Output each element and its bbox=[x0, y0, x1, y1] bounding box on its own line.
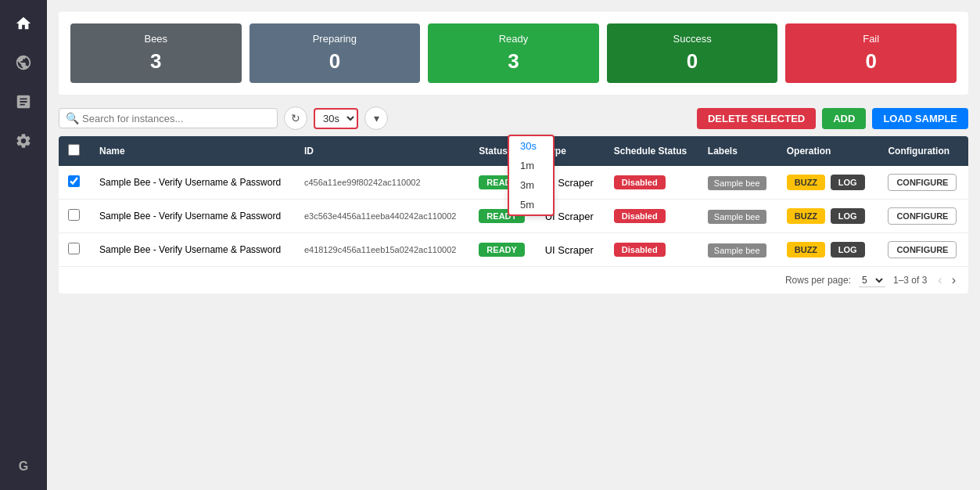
refresh-button[interactable]: ↻ bbox=[284, 106, 307, 130]
row-id-0: c456a11ee99f80242ac110002 bbox=[295, 166, 469, 200]
stat-success-value: 0 bbox=[619, 49, 766, 74]
interval-option-3m[interactable]: 3m bbox=[509, 175, 553, 195]
stat-success: Success 0 bbox=[607, 23, 778, 83]
row-checkbox-1[interactable] bbox=[68, 209, 80, 221]
buzz-button-1[interactable]: BUZZ bbox=[787, 208, 825, 224]
log-button-2[interactable]: LOG bbox=[831, 242, 865, 258]
row-operation-2: BUZZ LOG bbox=[777, 233, 879, 267]
row-name-2: Sample Bee - Verify Username & Password bbox=[90, 233, 295, 267]
row-schedule-2: Disabled bbox=[605, 233, 698, 267]
row-schedule-0: Disabled bbox=[605, 166, 698, 200]
stat-ready-value: 3 bbox=[440, 49, 587, 74]
row-config-0: CONFIGURE bbox=[878, 166, 968, 200]
interval-container: 30s 1m 3m 5m 30s 1m 3m 5m bbox=[314, 108, 358, 129]
header-id: ID bbox=[295, 136, 469, 166]
row-operation-1: BUZZ LOG bbox=[777, 200, 879, 233]
table-row: Sample Bee - Verify Username & Password … bbox=[59, 233, 968, 267]
toolbar: 🔍 ↻ 30s 1m 3m 5m 30s 1m 3m 5m ▾ DELETE S… bbox=[59, 106, 968, 130]
row-status-2: READY bbox=[469, 233, 535, 267]
interval-option-30s[interactable]: 30s bbox=[509, 136, 553, 156]
row-checkbox-2[interactable] bbox=[68, 243, 80, 254]
header-labels: Labels bbox=[698, 136, 777, 166]
stats-row: Bees 3 Preparing 0 Ready 3 Success 0 Fai… bbox=[59, 12, 968, 95]
row-checkbox-cell bbox=[59, 166, 90, 200]
interval-option-1m[interactable]: 1m bbox=[509, 156, 553, 175]
sidebar-network[interactable] bbox=[8, 47, 39, 78]
configure-button-2[interactable]: CONFIGURE bbox=[888, 241, 957, 258]
row-config-2: CONFIGURE bbox=[878, 233, 968, 267]
schedule-badge-0: Disabled bbox=[614, 175, 666, 189]
stat-ready: Ready 3 bbox=[428, 23, 599, 83]
row-id-1: e3c563e4456a11eeba440242ac110002 bbox=[295, 200, 469, 233]
stat-bees: Bees 3 bbox=[70, 23, 242, 83]
delete-selected-button[interactable]: DELETE SELECTED bbox=[697, 108, 816, 129]
header-operation: Operation bbox=[777, 136, 879, 166]
stat-preparing-value: 0 bbox=[262, 49, 408, 74]
row-labels-1: Sample bee bbox=[698, 200, 777, 233]
label-badge-2: Sample bee bbox=[708, 243, 766, 258]
row-config-1: CONFIGURE bbox=[878, 200, 968, 233]
sidebar-google[interactable]: G bbox=[8, 451, 39, 482]
rows-per-page-label: Rows per page: bbox=[785, 275, 851, 286]
rows-per-page-select[interactable]: 5 10 25 bbox=[859, 274, 885, 287]
load-sample-button[interactable]: LOAD SAMPLE bbox=[872, 108, 968, 129]
pagination: Rows per page: 5 10 25 1–3 of 3 ‹ › bbox=[59, 267, 968, 294]
select-all-checkbox[interactable] bbox=[68, 144, 80, 156]
row-schedule-1: Disabled bbox=[605, 200, 698, 233]
interval-dropdown: 30s 1m 3m 5m bbox=[508, 135, 555, 216]
log-button-1[interactable]: LOG bbox=[831, 208, 865, 224]
row-id-2: e418129c456a11eeb15a0242ac110002 bbox=[295, 233, 469, 267]
label-badge-0: Sample bee bbox=[708, 176, 766, 190]
schedule-badge-1: Disabled bbox=[614, 209, 666, 223]
prev-page-button[interactable]: ‹ bbox=[935, 273, 945, 287]
interval-option-5m[interactable]: 5m bbox=[509, 195, 553, 214]
sidebar-home[interactable] bbox=[8, 8, 39, 39]
stat-preparing: Preparing 0 bbox=[249, 23, 421, 83]
stat-success-label: Success bbox=[619, 33, 766, 45]
search-icon: 🔍 bbox=[66, 112, 79, 124]
row-checkbox-cell bbox=[59, 233, 90, 267]
configure-button-0[interactable]: CONFIGURE bbox=[888, 174, 957, 191]
stat-fail-value: 0 bbox=[798, 49, 944, 74]
row-checkbox-0[interactable] bbox=[68, 175, 80, 187]
add-button[interactable]: ADD bbox=[822, 108, 866, 129]
sidebar: G bbox=[0, 0, 47, 490]
header-name: Name bbox=[90, 136, 295, 166]
page-navigation: ‹ › bbox=[935, 273, 959, 287]
log-button-0[interactable]: LOG bbox=[831, 175, 865, 190]
row-checkbox-cell bbox=[59, 200, 90, 233]
stat-ready-label: Ready bbox=[440, 33, 587, 45]
schedule-badge-2: Disabled bbox=[614, 243, 666, 257]
stat-bees-value: 3 bbox=[83, 49, 229, 74]
buzz-button-0[interactable]: BUZZ bbox=[787, 175, 825, 190]
label-badge-1: Sample bee bbox=[708, 210, 766, 224]
search-box: 🔍 bbox=[59, 108, 278, 128]
sidebar-settings[interactable] bbox=[8, 125, 39, 157]
page-info: 1–3 of 3 bbox=[893, 275, 927, 286]
main-content: Bees 3 Preparing 0 Ready 3 Success 0 Fai… bbox=[47, 0, 980, 490]
search-input[interactable] bbox=[82, 113, 271, 124]
filter-button[interactable]: ▾ bbox=[364, 106, 388, 130]
buzz-button-2[interactable]: BUZZ bbox=[787, 242, 825, 258]
stat-bees-label: Bees bbox=[83, 33, 229, 45]
stat-fail-label: Fail bbox=[798, 33, 944, 45]
status-badge-2: READY bbox=[479, 243, 525, 257]
interval-select[interactable]: 30s 1m 3m 5m bbox=[314, 108, 358, 129]
row-labels-2: Sample bee bbox=[698, 233, 777, 267]
next-page-button[interactable]: › bbox=[949, 273, 959, 287]
row-name-1: Sample Bee - Verify Username & Password bbox=[90, 200, 295, 233]
header-configuration: Configuration bbox=[878, 136, 968, 166]
row-name-0: Sample Bee - Verify Username & Password bbox=[90, 166, 295, 200]
header-schedule-status: Schedule Status bbox=[605, 136, 698, 166]
row-operation-0: BUZZ LOG bbox=[777, 166, 879, 200]
header-checkbox-cell bbox=[59, 136, 90, 166]
stat-fail: Fail 0 bbox=[785, 23, 957, 83]
row-labels-0: Sample bee bbox=[698, 166, 777, 200]
sidebar-report[interactable] bbox=[8, 86, 39, 117]
configure-button-1[interactable]: CONFIGURE bbox=[888, 207, 957, 225]
stat-preparing-label: Preparing bbox=[262, 33, 408, 45]
row-type-2: UI Scraper bbox=[536, 233, 605, 267]
